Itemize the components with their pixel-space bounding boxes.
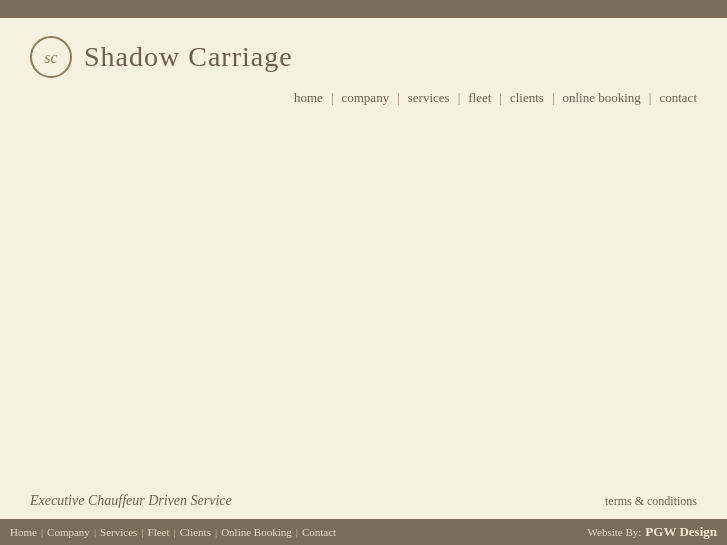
nav-area: home | company | services | fleet | clie… [0,78,727,106]
page-wrapper: sc Shadow Carriage home | company | serv… [0,0,727,545]
header-area: sc Shadow Carriage [0,18,727,78]
bottom-nav-services[interactable]: Services [100,526,137,538]
nav-fleet[interactable]: fleet [468,90,491,106]
bottom-nav-clients[interactable]: Clients [180,526,211,538]
logo-circle: sc [30,36,72,78]
website-by-label: Website By: [588,526,642,538]
main-nav: home | company | services | fleet | clie… [294,90,697,106]
nav-sep-1: | [331,90,334,106]
bottom-sep-3: | [141,526,143,538]
bottom-nav-fleet[interactable]: Fleet [148,526,170,538]
tagline: Executive Chauffeur Driven Service [30,493,232,509]
footer-area: Executive Chauffeur Driven Service terms… [0,483,727,519]
nav-contact[interactable]: contact [659,90,697,106]
bottom-sep-6: | [296,526,298,538]
terms-link[interactable]: terms & conditions [605,494,697,509]
nav-sep-4: | [499,90,502,106]
nav-services[interactable]: services [408,90,450,106]
bottom-nav-online-booking[interactable]: Online Booking [221,526,292,538]
top-bar [0,0,727,18]
nav-sep-3: | [458,90,461,106]
bottom-bar: Home | Company | Services | Fleet | Clie… [0,519,727,545]
nav-sep-5: | [552,90,555,106]
bottom-sep-4: | [174,526,176,538]
bottom-sep-5: | [215,526,217,538]
main-content: sc Shadow Carriage home | company | serv… [0,18,727,519]
bottom-nav-company[interactable]: Company [47,526,90,538]
nav-clients[interactable]: clients [510,90,544,106]
nav-sep-6: | [649,90,652,106]
designer-label: PGW Design [645,524,717,540]
website-by: Website By: PGW Design [588,524,717,540]
logo-icon: sc [37,43,65,71]
nav-home[interactable]: home [294,90,323,106]
bottom-nav: Home | Company | Services | Fleet | Clie… [10,526,336,538]
bottom-nav-home[interactable]: Home [10,526,37,538]
content-area [0,106,727,483]
bottom-nav-contact[interactable]: Contact [302,526,336,538]
site-title: Shadow Carriage [84,41,293,73]
logo-container: sc Shadow Carriage [30,36,293,78]
bottom-sep-2: | [94,526,96,538]
svg-text:sc: sc [44,49,57,66]
nav-sep-2: | [397,90,400,106]
nav-company[interactable]: company [341,90,389,106]
nav-online-booking[interactable]: online booking [562,90,640,106]
bottom-sep-1: | [41,526,43,538]
